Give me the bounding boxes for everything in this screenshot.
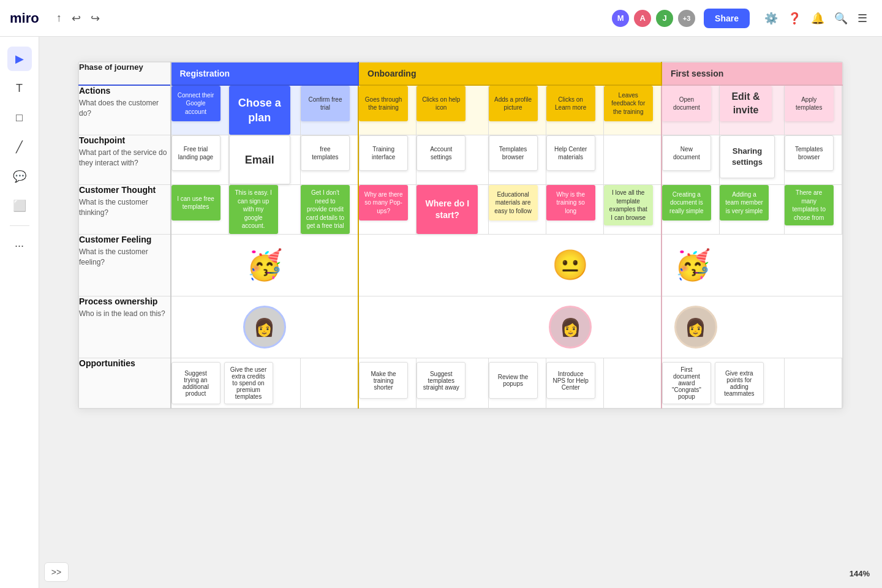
registration-feeling-emoji: 🥳 bbox=[172, 235, 358, 296]
phase-of-journey-label: Phase of journey bbox=[79, 62, 143, 72]
opp-give-credits[interactable]: Give the user extra credits to spend on … bbox=[224, 362, 273, 404]
registration-owner: 👩 bbox=[172, 296, 358, 358]
customer-thought-sub: What is the customer thinking? bbox=[79, 197, 170, 218]
action-confirm-trial[interactable]: Confirm free trial bbox=[301, 86, 350, 121]
thought-educational[interactable]: Educational materials are easy to follow bbox=[489, 185, 538, 221]
avatar-3: J bbox=[655, 9, 674, 28]
opp-congrats-popup[interactable]: First document award "Congrats" popup bbox=[662, 362, 711, 404]
action-clicks-help-icon[interactable]: Clicks on help icon bbox=[417, 86, 466, 121]
canvas: Phase of journey Registration Onboarding… bbox=[39, 37, 882, 588]
touchpoint-sub: What part of the service do they interac… bbox=[79, 148, 170, 168]
process-ownership-sub: Who is in the lead on this? bbox=[79, 309, 170, 319]
topbar: miro ↑ ↩ ↪ M A J +3 Share ⚙️ ❓ 🔔 🔍 ☰ bbox=[0, 0, 882, 37]
line-tool[interactable]: ╱ bbox=[7, 135, 32, 159]
process-ownership-label: Process ownership bbox=[79, 296, 170, 306]
thought-love-templates[interactable]: I love all the template examples that I … bbox=[604, 185, 653, 225]
sticky-note-tool[interactable]: □ bbox=[7, 105, 32, 130]
notifications-icon[interactable]: 🔔 bbox=[806, 8, 829, 29]
action-adds-profile[interactable]: Adds a profile picture bbox=[489, 86, 538, 121]
action-chose-plan[interactable]: Chose a plan bbox=[229, 86, 290, 135]
zoom-indicator: 144% bbox=[850, 569, 870, 578]
onboarding-owner: 👩 bbox=[359, 296, 661, 358]
customer-feeling-sub: What is the customer feeling? bbox=[79, 247, 170, 268]
touchpoint-templates-browser-2[interactable]: Templates browser bbox=[785, 135, 834, 171]
action-connect-google[interactable]: Connect their Google account bbox=[172, 86, 221, 121]
touchpoint-training[interactable]: Training interface bbox=[359, 135, 408, 171]
comment-tool[interactable]: 💬 bbox=[7, 164, 32, 189]
action-open-document[interactable]: Open document bbox=[662, 86, 711, 121]
customize-icon[interactable]: ⚙️ bbox=[760, 8, 783, 29]
thought-training-long[interactable]: Why is the training so long bbox=[546, 185, 595, 221]
actions-row: Actions What does the customer do? Conne… bbox=[79, 85, 843, 135]
registration-phase-header: Registration bbox=[172, 62, 358, 85]
thought-free-templates[interactable]: I can use free templates bbox=[172, 185, 221, 221]
opp-shorter-training[interactable]: Make the training shorter bbox=[359, 362, 408, 399]
touchpoint-account-settings[interactable]: Account settings bbox=[417, 135, 466, 171]
onboarding-phase-header: Onboarding bbox=[359, 62, 661, 85]
avatar-1: M bbox=[611, 9, 630, 28]
customer-feeling-row: Customer Feeling What is the customer fe… bbox=[79, 235, 843, 296]
expand-button[interactable]: >> bbox=[44, 562, 69, 582]
upload-button[interactable]: ↑ bbox=[51, 8, 67, 28]
phase-header-row: Phase of journey Registration Onboarding… bbox=[79, 62, 843, 86]
touchpoint-label: Touchpoint bbox=[79, 135, 170, 145]
avatar-2: A bbox=[633, 9, 652, 28]
frame-tool[interactable]: ⬜ bbox=[7, 194, 32, 218]
touchpoint-email[interactable]: Email bbox=[229, 135, 290, 184]
touchpoint-sharing-settings[interactable]: Sharing settings bbox=[720, 135, 775, 178]
avatar-more[interactable]: +3 bbox=[677, 9, 696, 28]
menu-icon[interactable]: ☰ bbox=[853, 8, 872, 29]
touchpoint-free-templates[interactable]: free templates bbox=[301, 135, 350, 171]
thought-popups[interactable]: Why are there so many Pop-ups? bbox=[359, 185, 408, 221]
opportunities-label: Opportunities bbox=[79, 358, 170, 368]
touchpoint-landing-page[interactable]: Free trial landing page bbox=[172, 135, 221, 171]
actions-sub: What does the customer do? bbox=[79, 98, 170, 119]
customer-thought-row: Customer Thought What is the customer th… bbox=[79, 185, 843, 235]
process-ownership-row: Process ownership Who is in the lead on … bbox=[79, 296, 843, 358]
action-goes-through-training[interactable]: Goes through the training bbox=[359, 86, 408, 121]
thought-creating-simple[interactable]: Creating a document is really simple bbox=[662, 185, 711, 221]
actions-label: Actions bbox=[79, 86, 170, 96]
cursor-tool[interactable]: ▶ bbox=[7, 47, 32, 71]
thought-many-templates[interactable]: There are many templates to chose from bbox=[785, 185, 834, 225]
text-tool[interactable]: T bbox=[7, 76, 32, 100]
thought-easy-signup[interactable]: This is easy. I can sign up with my goog… bbox=[229, 185, 278, 234]
opp-suggest-product[interactable]: Suggest trying an additional product bbox=[172, 362, 221, 404]
collaborators-avatars: M A J +3 bbox=[611, 9, 696, 28]
share-button[interactable]: Share bbox=[704, 9, 750, 28]
thought-adding-member[interactable]: Adding a team member is very simple bbox=[720, 185, 769, 221]
action-apply-templates[interactable]: Apply templates bbox=[785, 86, 834, 121]
thought-where-start[interactable]: Where do I start? bbox=[417, 185, 478, 234]
opp-nps-help[interactable]: Introduce NPS for Help Center bbox=[546, 362, 595, 399]
opportunities-row: Opportunities Suggest trying an addition… bbox=[79, 358, 843, 409]
touchpoint-templates-browser[interactable]: Templates browser bbox=[489, 135, 538, 171]
help-icon[interactable]: ❓ bbox=[783, 8, 806, 29]
first-session-phase-header: First session bbox=[662, 62, 842, 85]
action-clicks-learn-more[interactable]: Clicks on Learn more bbox=[546, 86, 595, 121]
redo-button[interactable]: ↪ bbox=[86, 8, 105, 29]
onboarding-feeling-emoji: 😐 bbox=[359, 235, 661, 296]
touchpoint-help-center[interactable]: Help Center materials bbox=[546, 135, 595, 171]
first-session-owner: 👩 bbox=[662, 296, 842, 358]
opp-review-popups[interactable]: Review the popups bbox=[489, 362, 538, 399]
customer-feeling-label: Customer Feeling bbox=[79, 235, 170, 244]
board: Phase of journey Registration Onboarding… bbox=[78, 61, 843, 409]
touchpoint-new-document[interactable]: New document bbox=[662, 135, 711, 171]
opp-suggest-templates[interactable]: Suggest templates straight away bbox=[417, 362, 466, 399]
opp-extra-points[interactable]: Give extra points for adding teammates bbox=[715, 362, 764, 404]
more-tools[interactable]: ··· bbox=[7, 233, 32, 258]
action-leaves-feedback[interactable]: Leaves feedback for the training bbox=[604, 86, 653, 121]
search-icon[interactable]: 🔍 bbox=[829, 8, 853, 29]
touchpoint-row: Touchpoint What part of the service do t… bbox=[79, 135, 843, 185]
first-session-feeling-emoji: 🥳 bbox=[662, 235, 842, 296]
undo-button[interactable]: ↩ bbox=[67, 8, 86, 29]
miro-logo: miro bbox=[10, 10, 39, 26]
thought-no-credit-card[interactable]: Get I don't need to provide credit card … bbox=[301, 185, 350, 234]
action-edit-invite[interactable]: Edit & invite bbox=[720, 86, 772, 121]
journey-map-table: Phase of journey Registration Onboarding… bbox=[78, 62, 843, 409]
customer-thought-label: Customer Thought bbox=[79, 185, 170, 195]
left-toolbar: ▶ T □ ╱ 💬 ⬜ ··· bbox=[0, 37, 39, 588]
